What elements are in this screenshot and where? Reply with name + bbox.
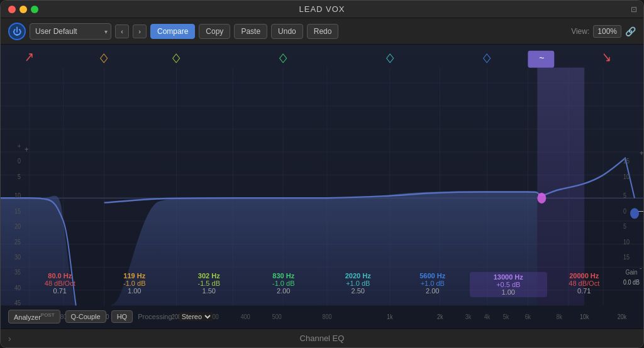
svg-text:◇: ◇ bbox=[386, 50, 394, 64]
power-button[interactable]: ⏻ bbox=[8, 23, 26, 40]
svg-text:+: + bbox=[25, 144, 28, 154]
band-4-gain: -1.0 dB bbox=[247, 280, 321, 287]
svg-text:45: 45 bbox=[14, 299, 21, 307]
band-4-freq: 830 Hz bbox=[247, 272, 321, 280]
svg-text:400: 400 bbox=[241, 313, 250, 320]
close-button[interactable] bbox=[8, 6, 16, 13]
eq-area[interactable]: ↗ ◇ ◇ ◇ ◇ ◇ ~ ↘ 20 30 40 50 60 80 100 20… bbox=[1, 45, 643, 329]
band-6-gain: +1.0 dB bbox=[396, 280, 470, 287]
svg-point-80 bbox=[630, 208, 639, 219]
svg-text:◇: ◇ bbox=[483, 50, 491, 64]
band-2-freq: 119 Hz bbox=[97, 272, 172, 280]
window-expand-icon[interactable]: ⊡ bbox=[631, 5, 637, 14]
traffic-lights bbox=[8, 6, 38, 13]
svg-text:-: - bbox=[640, 263, 642, 273]
band-6-params[interactable]: 5600 Hz +1.0 dB 2.00 bbox=[396, 272, 470, 297]
svg-text:0.0 dB: 0.0 dB bbox=[623, 279, 640, 286]
svg-text:↘: ↘ bbox=[602, 49, 611, 64]
band-7-q: 1.00 bbox=[471, 288, 546, 296]
svg-text:5k: 5k bbox=[503, 313, 509, 320]
band-8-params[interactable]: 20000 Hz 48 dB/Oct 0.71 bbox=[547, 272, 622, 297]
minimize-button[interactable] bbox=[19, 6, 27, 13]
band-5-gain: +1.0 dB bbox=[321, 280, 396, 287]
band-7-gain: +0.5 dB bbox=[471, 281, 546, 288]
nav-back-button[interactable]: ‹ bbox=[115, 24, 129, 38]
undo-button[interactable]: Undo bbox=[271, 24, 303, 39]
hq-button[interactable]: HQ bbox=[111, 310, 133, 323]
svg-point-79 bbox=[537, 193, 546, 204]
svg-text:10k: 10k bbox=[580, 313, 589, 320]
band-1-freq: 80.0 Hz bbox=[23, 272, 97, 280]
link-icon[interactable]: 🔗 bbox=[625, 26, 636, 36]
svg-text:5: 5 bbox=[623, 192, 626, 199]
band-2-params[interactable]: 119 Hz -1.0 dB 1.00 bbox=[97, 272, 172, 297]
svg-text:Gain: Gain bbox=[626, 269, 638, 276]
svg-text:10: 10 bbox=[623, 238, 630, 246]
processing-select[interactable]: Stereo bbox=[179, 312, 213, 321]
band-5-freq: 2020 Hz bbox=[321, 272, 396, 280]
svg-text:0: 0 bbox=[18, 157, 21, 165]
band-2-q: 1.00 bbox=[97, 287, 172, 295]
svg-text:◇: ◇ bbox=[100, 50, 108, 64]
compare-button[interactable]: Compare bbox=[150, 24, 195, 39]
band-4-params[interactable]: 830 Hz -1.0 dB 2.00 bbox=[247, 272, 321, 297]
copy-button[interactable]: Copy bbox=[199, 24, 230, 39]
band-6-freq: 5600 Hz bbox=[396, 272, 470, 280]
svg-text:20: 20 bbox=[14, 222, 21, 230]
band-7-params[interactable]: 13000 Hz +0.5 dB 1.00 bbox=[470, 272, 547, 297]
plugin-name: Channel EQ bbox=[300, 334, 345, 343]
q-couple-button[interactable]: Q-Couple bbox=[65, 310, 106, 323]
svg-text:4k: 4k bbox=[484, 313, 491, 320]
band-1-params[interactable]: 80.0 Hz 48 dB/Oct 0.71 bbox=[23, 272, 97, 297]
svg-text:6k: 6k bbox=[525, 313, 531, 320]
band-1-gain: 48 dB/Oct bbox=[23, 280, 97, 287]
band-5-q: 2.50 bbox=[321, 287, 396, 295]
svg-text:3k: 3k bbox=[465, 313, 472, 320]
svg-text:1k: 1k bbox=[387, 313, 393, 320]
svg-text:0: 0 bbox=[623, 207, 626, 215]
footer-bar: › Channel EQ bbox=[1, 329, 643, 347]
svg-text:2k: 2k bbox=[437, 313, 443, 320]
preset-select[interactable]: User Default bbox=[30, 23, 111, 40]
band-8-gain: 48 dB/Oct bbox=[547, 280, 622, 287]
band-5-params[interactable]: 2020 Hz +1.0 dB 2.50 bbox=[321, 272, 396, 297]
svg-text:30: 30 bbox=[14, 253, 21, 261]
band-4-q: 2.00 bbox=[247, 287, 321, 295]
band-2-gain: -1.0 dB bbox=[97, 280, 172, 287]
redo-button[interactable]: Redo bbox=[307, 24, 339, 39]
svg-text:◇: ◇ bbox=[279, 50, 287, 64]
svg-text:8k: 8k bbox=[557, 313, 563, 320]
svg-text:10: 10 bbox=[623, 173, 630, 180]
svg-text:800: 800 bbox=[323, 313, 332, 320]
footer-chevron[interactable]: › bbox=[8, 334, 11, 344]
svg-text:35: 35 bbox=[14, 269, 21, 276]
maximize-button[interactable] bbox=[31, 6, 38, 13]
window-title: LEAD VOX bbox=[299, 4, 345, 14]
eq-bottom-controls: AnalyzerPOST Q-Couple HQ Processing: Ste… bbox=[8, 310, 213, 324]
svg-text:◇: ◇ bbox=[172, 50, 180, 64]
svg-text:15: 15 bbox=[623, 157, 630, 165]
svg-text:~: ~ bbox=[539, 52, 544, 64]
paste-button[interactable]: Paste bbox=[234, 24, 267, 39]
svg-text:40: 40 bbox=[14, 284, 21, 291]
band-3-params[interactable]: 302 Hz -1.5 dB 1.50 bbox=[172, 272, 247, 297]
svg-text:15: 15 bbox=[623, 253, 630, 261]
svg-text:25: 25 bbox=[14, 238, 21, 246]
band-8-q: 0.71 bbox=[547, 287, 622, 295]
title-bar: LEAD VOX ⊡ bbox=[1, 1, 643, 18]
view-label: View: bbox=[571, 27, 589, 36]
band-params: 80.0 Hz 48 dB/Oct 0.71 119 Hz -1.0 dB 1.… bbox=[23, 272, 621, 297]
view-value[interactable]: 100% bbox=[593, 25, 621, 38]
svg-text:5: 5 bbox=[18, 173, 21, 180]
band-3-q: 1.50 bbox=[172, 287, 247, 295]
toolbar: ⏻ User Default ‹ › Compare Copy Paste Un… bbox=[1, 18, 643, 45]
band-1-q: 0.71 bbox=[23, 287, 97, 295]
analyzer-button[interactable]: AnalyzerPOST bbox=[8, 310, 60, 324]
svg-text:20k: 20k bbox=[618, 313, 627, 320]
band-7-freq: 13000 Hz bbox=[471, 273, 546, 281]
nav-forward-button[interactable]: › bbox=[133, 24, 147, 38]
svg-text:+: + bbox=[640, 148, 643, 158]
preset-wrapper: User Default bbox=[30, 23, 111, 40]
svg-text:5: 5 bbox=[623, 222, 626, 230]
svg-text:10: 10 bbox=[14, 192, 21, 199]
